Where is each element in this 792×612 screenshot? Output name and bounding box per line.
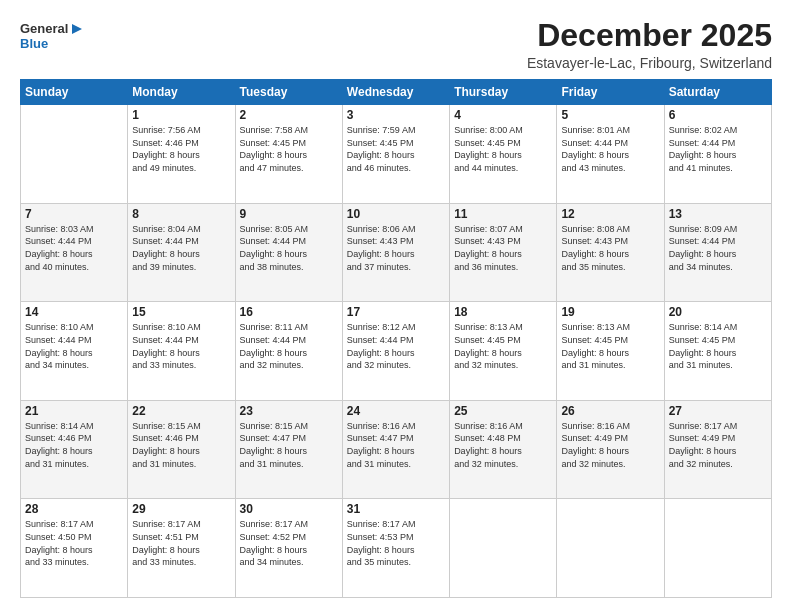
day-info: Sunrise: 8:17 AM Sunset: 4:51 PM Dayligh…: [132, 518, 230, 568]
table-row: 16Sunrise: 8:11 AM Sunset: 4:44 PM Dayli…: [235, 302, 342, 401]
day-info: Sunrise: 8:08 AM Sunset: 4:43 PM Dayligh…: [561, 223, 659, 273]
day-info: Sunrise: 8:16 AM Sunset: 4:47 PM Dayligh…: [347, 420, 445, 470]
day-info: Sunrise: 8:14 AM Sunset: 4:45 PM Dayligh…: [669, 321, 767, 371]
table-row: 6Sunrise: 8:02 AM Sunset: 4:44 PM Daylig…: [664, 105, 771, 204]
calendar-week-row: 21Sunrise: 8:14 AM Sunset: 4:46 PM Dayli…: [21, 400, 772, 499]
day-number: 25: [454, 404, 552, 418]
table-row: 31Sunrise: 8:17 AM Sunset: 4:53 PM Dayli…: [342, 499, 449, 598]
day-number: 28: [25, 502, 123, 516]
table-row: 17Sunrise: 8:12 AM Sunset: 4:44 PM Dayli…: [342, 302, 449, 401]
day-info: Sunrise: 8:12 AM Sunset: 4:44 PM Dayligh…: [347, 321, 445, 371]
svg-marker-0: [72, 24, 82, 34]
table-row: 8Sunrise: 8:04 AM Sunset: 4:44 PM Daylig…: [128, 203, 235, 302]
table-row: 28Sunrise: 8:17 AM Sunset: 4:50 PM Dayli…: [21, 499, 128, 598]
day-info: Sunrise: 7:59 AM Sunset: 4:45 PM Dayligh…: [347, 124, 445, 174]
day-info: Sunrise: 8:05 AM Sunset: 4:44 PM Dayligh…: [240, 223, 338, 273]
day-number: 14: [25, 305, 123, 319]
day-number: 1: [132, 108, 230, 122]
day-number: 17: [347, 305, 445, 319]
day-info: Sunrise: 8:13 AM Sunset: 4:45 PM Dayligh…: [454, 321, 552, 371]
col-monday: Monday: [128, 80, 235, 105]
day-info: Sunrise: 8:01 AM Sunset: 4:44 PM Dayligh…: [561, 124, 659, 174]
day-number: 11: [454, 207, 552, 221]
day-number: 5: [561, 108, 659, 122]
day-info: Sunrise: 8:10 AM Sunset: 4:44 PM Dayligh…: [25, 321, 123, 371]
day-info: Sunrise: 8:17 AM Sunset: 4:53 PM Dayligh…: [347, 518, 445, 568]
day-number: 8: [132, 207, 230, 221]
title-block: December 2025 Estavayer-le-Lac, Fribourg…: [527, 18, 772, 71]
day-number: 13: [669, 207, 767, 221]
table-row: 4Sunrise: 8:00 AM Sunset: 4:45 PM Daylig…: [450, 105, 557, 204]
day-number: 3: [347, 108, 445, 122]
day-info: Sunrise: 8:17 AM Sunset: 4:49 PM Dayligh…: [669, 420, 767, 470]
day-number: 15: [132, 305, 230, 319]
logo-label-blue: Blue: [20, 37, 48, 52]
day-number: 26: [561, 404, 659, 418]
day-info: Sunrise: 8:16 AM Sunset: 4:49 PM Dayligh…: [561, 420, 659, 470]
day-number: 23: [240, 404, 338, 418]
day-number: 24: [347, 404, 445, 418]
day-info: Sunrise: 8:07 AM Sunset: 4:43 PM Dayligh…: [454, 223, 552, 273]
table-row: 20Sunrise: 8:14 AM Sunset: 4:45 PM Dayli…: [664, 302, 771, 401]
table-row: [450, 499, 557, 598]
day-info: Sunrise: 8:13 AM Sunset: 4:45 PM Dayligh…: [561, 321, 659, 371]
table-row: 23Sunrise: 8:15 AM Sunset: 4:47 PM Dayli…: [235, 400, 342, 499]
day-number: 9: [240, 207, 338, 221]
table-row: 2Sunrise: 7:58 AM Sunset: 4:45 PM Daylig…: [235, 105, 342, 204]
day-number: 12: [561, 207, 659, 221]
table-row: 27Sunrise: 8:17 AM Sunset: 4:49 PM Dayli…: [664, 400, 771, 499]
day-info: Sunrise: 8:17 AM Sunset: 4:52 PM Dayligh…: [240, 518, 338, 568]
day-number: 30: [240, 502, 338, 516]
day-number: 7: [25, 207, 123, 221]
table-row: 11Sunrise: 8:07 AM Sunset: 4:43 PM Dayli…: [450, 203, 557, 302]
day-info: Sunrise: 8:17 AM Sunset: 4:50 PM Dayligh…: [25, 518, 123, 568]
day-number: 20: [669, 305, 767, 319]
logo-triangle-icon: [70, 22, 84, 36]
day-number: 6: [669, 108, 767, 122]
location: Estavayer-le-Lac, Fribourg, Switzerland: [527, 55, 772, 71]
table-row: 1Sunrise: 7:56 AM Sunset: 4:46 PM Daylig…: [128, 105, 235, 204]
table-row: 9Sunrise: 8:05 AM Sunset: 4:44 PM Daylig…: [235, 203, 342, 302]
table-row: 26Sunrise: 8:16 AM Sunset: 4:49 PM Dayli…: [557, 400, 664, 499]
table-row: 18Sunrise: 8:13 AM Sunset: 4:45 PM Dayli…: [450, 302, 557, 401]
day-number: 4: [454, 108, 552, 122]
day-info: Sunrise: 8:09 AM Sunset: 4:44 PM Dayligh…: [669, 223, 767, 273]
page: General Blue December 2025 Estavayer-le-…: [0, 0, 792, 612]
day-info: Sunrise: 8:11 AM Sunset: 4:44 PM Dayligh…: [240, 321, 338, 371]
day-number: 21: [25, 404, 123, 418]
day-number: 27: [669, 404, 767, 418]
day-number: 18: [454, 305, 552, 319]
day-info: Sunrise: 7:58 AM Sunset: 4:45 PM Dayligh…: [240, 124, 338, 174]
day-number: 22: [132, 404, 230, 418]
day-info: Sunrise: 8:16 AM Sunset: 4:48 PM Dayligh…: [454, 420, 552, 470]
table-row: 10Sunrise: 8:06 AM Sunset: 4:43 PM Dayli…: [342, 203, 449, 302]
col-sunday: Sunday: [21, 80, 128, 105]
table-row: 14Sunrise: 8:10 AM Sunset: 4:44 PM Dayli…: [21, 302, 128, 401]
table-row: [664, 499, 771, 598]
day-info: Sunrise: 8:00 AM Sunset: 4:45 PM Dayligh…: [454, 124, 552, 174]
day-info: Sunrise: 8:06 AM Sunset: 4:43 PM Dayligh…: [347, 223, 445, 273]
day-info: Sunrise: 8:02 AM Sunset: 4:44 PM Dayligh…: [669, 124, 767, 174]
day-info: Sunrise: 8:14 AM Sunset: 4:46 PM Dayligh…: [25, 420, 123, 470]
table-row: 5Sunrise: 8:01 AM Sunset: 4:44 PM Daylig…: [557, 105, 664, 204]
day-info: Sunrise: 8:15 AM Sunset: 4:46 PM Dayligh…: [132, 420, 230, 470]
day-number: 10: [347, 207, 445, 221]
table-row: 3Sunrise: 7:59 AM Sunset: 4:45 PM Daylig…: [342, 105, 449, 204]
logo: General Blue: [20, 22, 84, 52]
col-wednesday: Wednesday: [342, 80, 449, 105]
calendar-week-row: 1Sunrise: 7:56 AM Sunset: 4:46 PM Daylig…: [21, 105, 772, 204]
calendar-week-row: 7Sunrise: 8:03 AM Sunset: 4:44 PM Daylig…: [21, 203, 772, 302]
day-number: 29: [132, 502, 230, 516]
col-tuesday: Tuesday: [235, 80, 342, 105]
table-row: 7Sunrise: 8:03 AM Sunset: 4:44 PM Daylig…: [21, 203, 128, 302]
col-friday: Friday: [557, 80, 664, 105]
table-row: 12Sunrise: 8:08 AM Sunset: 4:43 PM Dayli…: [557, 203, 664, 302]
header: General Blue December 2025 Estavayer-le-…: [20, 18, 772, 71]
day-number: 16: [240, 305, 338, 319]
table-row: [557, 499, 664, 598]
day-number: 31: [347, 502, 445, 516]
table-row: [21, 105, 128, 204]
day-number: 2: [240, 108, 338, 122]
calendar-week-row: 14Sunrise: 8:10 AM Sunset: 4:44 PM Dayli…: [21, 302, 772, 401]
day-info: Sunrise: 8:04 AM Sunset: 4:44 PM Dayligh…: [132, 223, 230, 273]
